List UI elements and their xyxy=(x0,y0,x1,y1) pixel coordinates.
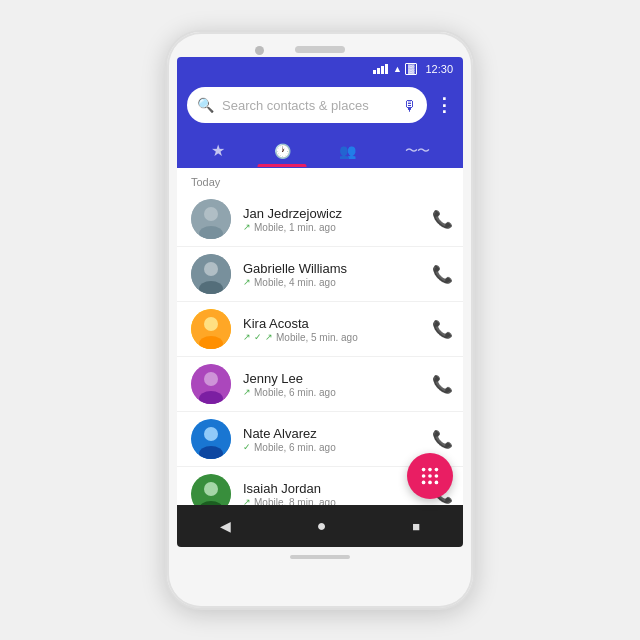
call-info: Jan Jedrzejowicz ↗ Mobile, 1 min. ago xyxy=(243,206,432,233)
svg-point-7 xyxy=(204,317,218,331)
call-type: Mobile, 6 min. ago xyxy=(254,387,336,398)
call-name: Isaiah Jordan xyxy=(243,481,432,496)
phone-frame: ▲ ▓ 12:30 🔍 Search contacts & places 🎙 ⋮… xyxy=(165,30,475,610)
avatar xyxy=(191,474,231,505)
call-item[interactable]: Jenny Lee ↗ Mobile, 6 min. ago 📞 xyxy=(177,357,463,412)
svg-point-23 xyxy=(435,468,439,472)
fab-dialpad[interactable] xyxy=(407,453,453,499)
call-arrow-icon: ↗ xyxy=(243,277,251,287)
battery-icon: ▓ xyxy=(405,63,418,75)
avatar xyxy=(191,364,231,404)
svg-point-16 xyxy=(204,482,218,496)
svg-point-29 xyxy=(435,481,439,485)
phone-icon[interactable]: 📞 xyxy=(432,264,453,285)
call-arrow-icon: ↗ xyxy=(243,222,251,232)
avatar xyxy=(191,199,231,239)
call-detail: ↗ Mobile, 8 min. ago xyxy=(243,497,432,506)
signal-icon xyxy=(373,64,388,74)
svg-point-26 xyxy=(435,474,439,478)
call-detail: ↗ ✓ ↗ Mobile, 5 min. ago xyxy=(243,332,432,343)
call-type: Mobile, 6 min. ago xyxy=(254,442,336,453)
call-detail: ↗ Mobile, 4 min. ago xyxy=(243,277,432,288)
call-arrow-icon: ↗ xyxy=(243,332,251,342)
search-bar: 🔍 Search contacts & places 🎙 ⋮ xyxy=(177,81,463,133)
search-box[interactable]: 🔍 Search contacts & places 🎙 xyxy=(187,87,427,123)
call-item[interactable]: Jan Jedrzejowicz ↗ Mobile, 1 min. ago 📞 xyxy=(177,192,463,247)
call-type: Mobile, 4 min. ago xyxy=(254,277,336,288)
speaker-grille xyxy=(295,46,345,53)
svg-point-4 xyxy=(204,262,218,276)
svg-point-13 xyxy=(204,427,218,441)
call-name: Gabrielle Williams xyxy=(243,261,432,276)
call-arrow-icon: ↗ xyxy=(243,497,251,505)
phone-icon[interactable]: 📞 xyxy=(432,319,453,340)
wifi-icon: ▲ xyxy=(393,64,402,74)
recents-button[interactable]: ■ xyxy=(412,519,420,534)
svg-point-10 xyxy=(204,372,218,386)
home-button[interactable]: ● xyxy=(317,517,327,535)
call-name: Jan Jedrzejowicz xyxy=(243,206,432,221)
tab-contacts[interactable]: 👥 xyxy=(323,135,372,167)
phone-screen: ▲ ▓ 12:30 🔍 Search contacts & places 🎙 ⋮… xyxy=(177,57,463,547)
more-options-icon[interactable]: ⋮ xyxy=(435,94,453,116)
svg-point-1 xyxy=(204,207,218,221)
call-info: Kira Acosta ↗ ✓ ↗ Mobile, 5 min. ago xyxy=(243,316,432,343)
call-check-icon: ✓ xyxy=(243,442,251,452)
call-check-icon: ✓ xyxy=(254,332,262,342)
call-arrow-icon: ↗ xyxy=(243,387,251,397)
svg-point-27 xyxy=(422,481,426,485)
call-info: Nate Alvarez ✓ Mobile, 6 min. ago xyxy=(243,426,432,453)
status-bar: ▲ ▓ 12:30 xyxy=(177,57,463,81)
search-placeholder: Search contacts & places xyxy=(222,98,394,113)
call-type: Mobile, 5 min. ago xyxy=(276,332,358,343)
nav-tabs: ★ 🕐 👥 〜〜 xyxy=(177,133,463,168)
call-info: Gabrielle Williams ↗ Mobile, 4 min. ago xyxy=(243,261,432,288)
phone-home-bar xyxy=(290,555,350,559)
section-label-today: Today xyxy=(177,168,463,192)
call-name: Jenny Lee xyxy=(243,371,432,386)
avatar xyxy=(191,309,231,349)
call-name: Nate Alvarez xyxy=(243,426,432,441)
avatar xyxy=(191,419,231,459)
call-arrow2-icon: ↗ xyxy=(265,332,273,342)
call-detail: ↗ Mobile, 6 min. ago xyxy=(243,387,432,398)
call-name: Kira Acosta xyxy=(243,316,432,331)
front-camera xyxy=(255,46,264,55)
bottom-nav-bar: ◀ ● ■ xyxy=(177,505,463,547)
tab-voicemail[interactable]: 〜〜 xyxy=(389,134,445,168)
call-info: Isaiah Jordan ↗ Mobile, 8 min. ago xyxy=(243,481,432,506)
tab-favorites[interactable]: ★ xyxy=(195,133,241,168)
tab-recents[interactable]: 🕐 xyxy=(258,135,307,167)
phone-icon[interactable]: 📞 xyxy=(432,209,453,230)
phone-icon[interactable]: 📞 xyxy=(432,429,453,450)
call-type: Mobile, 1 min. ago xyxy=(254,222,336,233)
call-detail: ↗ Mobile, 1 min. ago xyxy=(243,222,432,233)
call-detail: ✓ Mobile, 6 min. ago xyxy=(243,442,432,453)
svg-point-25 xyxy=(428,474,432,478)
mic-icon[interactable]: 🎙 xyxy=(402,97,417,114)
back-button[interactable]: ◀ xyxy=(220,518,231,534)
svg-point-22 xyxy=(428,468,432,472)
call-item[interactable]: Kira Acosta ↗ ✓ ↗ Mobile, 5 min. ago 📞 xyxy=(177,302,463,357)
svg-point-24 xyxy=(422,474,426,478)
svg-point-28 xyxy=(428,481,432,485)
call-type: Mobile, 8 min. ago xyxy=(254,497,336,506)
search-icon: 🔍 xyxy=(197,97,214,113)
call-info: Jenny Lee ↗ Mobile, 6 min. ago xyxy=(243,371,432,398)
avatar xyxy=(191,254,231,294)
call-item[interactable]: Gabrielle Williams ↗ Mobile, 4 min. ago … xyxy=(177,247,463,302)
svg-point-21 xyxy=(422,468,426,472)
phone-icon[interactable]: 📞 xyxy=(432,374,453,395)
status-time: 12:30 xyxy=(425,63,453,75)
